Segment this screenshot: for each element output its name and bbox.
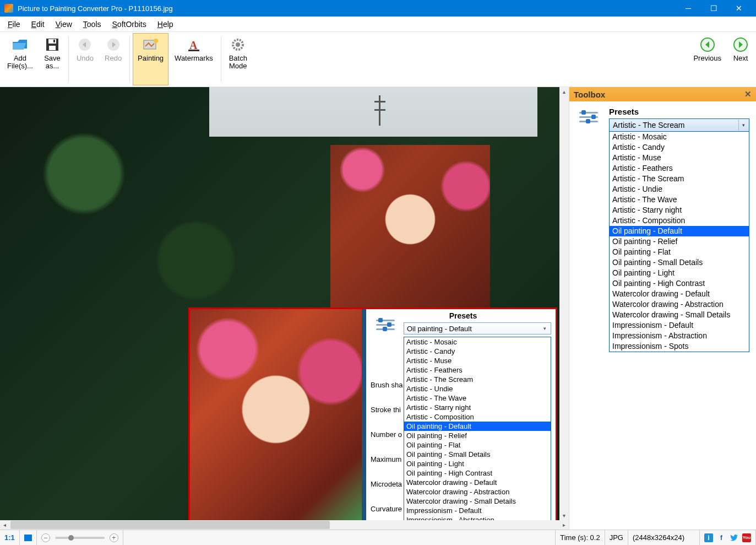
zoom-out-button[interactable]: −	[41, 533, 50, 542]
youtube-icon[interactable]: You	[742, 533, 751, 542]
overlay-preset-option[interactable]: Artistic - Feathers	[404, 365, 551, 375]
menubar: File Edit View Tools SoftOrbits Help	[0, 17, 756, 32]
batch-mode-button[interactable]: BatchMode	[224, 33, 252, 85]
scroll-thumb[interactable]	[10, 521, 330, 529]
preset-option[interactable]: Artistic - Muse	[610, 153, 749, 163]
twitter-icon[interactable]	[730, 533, 738, 542]
preset-option[interactable]: Artistic - Mosaic	[610, 132, 749, 142]
previous-button[interactable]: Previous	[688, 33, 726, 85]
preset-combo[interactable]: Artistic - The Scream ▾	[609, 118, 749, 132]
overlay-preset-option[interactable]: Watercolor drawing - Default	[404, 478, 551, 487]
preset-dropdown-list[interactable]: Artistic - MosaicArtistic - CandyArtisti…	[609, 132, 749, 352]
overlay-preset-option[interactable]: Oil painting - Light	[404, 459, 551, 468]
preset-option[interactable]: Artistic - Candy	[610, 142, 749, 153]
statusbar: 1:1 − + Time (s): 0.2 JPG (2448x3264x24)…	[0, 530, 756, 545]
preset-option[interactable]: Artistic - Feathers	[610, 163, 749, 174]
overlay-preset-option[interactable]: Artistic - The Wave	[404, 393, 551, 403]
preset-option[interactable]: Oil painting - Relief	[610, 236, 749, 247]
preset-option[interactable]: Artistic - Starry night	[610, 205, 749, 215]
overlay-preset-option[interactable]: Artistic - Candy	[404, 347, 551, 356]
overlay-preset-option[interactable]: Artistic - Mosaic	[404, 337, 551, 347]
minimize-button[interactable]: ─	[676, 0, 701, 17]
previous-icon	[700, 37, 715, 52]
overlay-param-labels: Brush shaStroke thiNumber oMaximumMicrod…	[371, 381, 403, 520]
preset-option[interactable]: Oil painting - Small Details	[610, 257, 749, 268]
undo-icon	[77, 37, 93, 52]
menu-tools[interactable]: Tools	[79, 18, 106, 30]
preset-option[interactable]: Artistic - Undie	[610, 184, 749, 195]
overlay-preset-option[interactable]: Artistic - Undie	[404, 384, 551, 393]
preset-option[interactable]: Artistic - Composition	[610, 215, 749, 226]
overlay-preset-option[interactable]: Watercolor drawing - Small Details	[404, 497, 551, 506]
overlay-preset-option[interactable]: Oil painting - Small Details	[404, 450, 551, 459]
scroll-down-icon[interactable]: ▾	[559, 511, 569, 520]
save-as-button[interactable]: Saveas...	[39, 33, 66, 85]
preset-option[interactable]: Impressionism - Default	[610, 320, 749, 331]
menu-file[interactable]: File	[3, 18, 25, 30]
maximize-button[interactable]: ☐	[701, 0, 726, 17]
overlay-preset-option[interactable]: Oil painting - Default	[404, 422, 551, 431]
preset-option[interactable]: Impressionism - Spots	[610, 341, 749, 352]
app-icon	[4, 4, 13, 13]
zoom-knob[interactable]	[68, 535, 74, 541]
image-viewport[interactable]: Presets Oil painting - Default ▾ Brush s…	[0, 87, 559, 520]
overlay-preset-option[interactable]: Impressionism - Abstraction	[404, 515, 551, 520]
preset-option[interactable]: Oil painting - Light	[610, 268, 749, 278]
overlay-preset-combo[interactable]: Oil painting - Default ▾	[404, 322, 551, 334]
status-time: Time (s): 0.2	[556, 530, 605, 545]
facebook-icon[interactable]: f	[717, 533, 726, 542]
presets-popup-overlay: Presets Oil painting - Default ▾ Brush s…	[188, 307, 557, 520]
fit-screen-button[interactable]	[20, 530, 37, 545]
overlay-preset-option[interactable]: Oil painting - Relief	[404, 431, 551, 440]
overlay-presets-label: Presets	[371, 311, 556, 320]
zoom-in-button[interactable]: +	[110, 533, 118, 542]
gear-icon	[230, 37, 246, 52]
menu-view[interactable]: View	[51, 18, 77, 30]
preset-option[interactable]: Watercolor drawing - Small Details	[610, 310, 749, 320]
window-title: Picture to Painting Converter Pro - P111…	[18, 4, 676, 13]
overlay-panel: Presets Oil painting - Default ▾ Brush s…	[366, 309, 556, 520]
overlay-preset-option[interactable]: Oil painting - High Contrast	[404, 468, 551, 478]
preset-option[interactable]: Oil painting - Flat	[610, 247, 749, 257]
preset-option[interactable]: Watercolor drawing - Abstraction	[610, 299, 749, 310]
preset-option[interactable]: Oil painting - Default	[610, 226, 749, 236]
watermarks-button[interactable]: A Watermarks	[170, 33, 218, 85]
overlay-preset-option[interactable]: Artistic - The Scream	[404, 375, 551, 384]
preset-option[interactable]: Impressionism - Abstraction	[610, 331, 749, 341]
overlay-preset-option[interactable]: Artistic - Muse	[404, 356, 551, 365]
menu-help[interactable]: Help	[153, 18, 178, 30]
scroll-left-icon[interactable]: ◂	[0, 520, 9, 530]
sliders-icon	[376, 317, 395, 331]
overlay-preset-option[interactable]: Oil painting - Flat	[404, 440, 551, 450]
toolbox-close-button[interactable]: ✕	[744, 89, 752, 99]
painting-icon	[143, 37, 159, 52]
overlay-preset-option[interactable]: Impressionism - Default	[404, 506, 551, 515]
menu-softorbits[interactable]: SoftOrbits	[108, 18, 151, 30]
scroll-up-icon[interactable]: ▴	[559, 87, 569, 96]
close-button[interactable]: ✕	[726, 0, 752, 17]
overlay-preset-option[interactable]: Watercolor drawing - Abstraction	[404, 487, 551, 497]
preset-option[interactable]: Oil painting - High Contrast	[610, 278, 749, 289]
add-files-button[interactable]: AddFile(s)...	[2, 33, 38, 85]
horizontal-scrollbar[interactable]: ◂ ▸	[0, 520, 569, 530]
info-icon[interactable]: i	[704, 533, 713, 542]
overlay-preset-list[interactable]: Artistic - MosaicArtistic - CandyArtisti…	[404, 337, 551, 520]
undo-button[interactable]: Undo	[72, 33, 99, 85]
zoom-1to1-button[interactable]: 1:1	[0, 530, 20, 545]
menu-edit[interactable]: Edit	[27, 18, 49, 30]
batch-mode-label: BatchMode	[229, 55, 247, 71]
overlay-preset-option[interactable]: Artistic - Starry night	[404, 403, 551, 412]
overlay-preset-option[interactable]: Artistic - Composition	[404, 412, 551, 422]
scroll-right-icon[interactable]: ▸	[559, 520, 569, 530]
preset-option[interactable]: Artistic - The Scream	[610, 174, 749, 184]
overlay-param-label: Number o	[371, 430, 403, 439]
next-button[interactable]: Next	[727, 33, 754, 85]
painting-button[interactable]: Painting	[133, 33, 168, 85]
toolbox-title: Toolbox	[574, 90, 605, 99]
preset-option[interactable]: Watercolor drawing - Default	[610, 289, 749, 299]
vertical-scrollbar[interactable]: ▴ ▾	[559, 87, 569, 520]
zoom-slider[interactable]	[55, 537, 105, 539]
redo-button[interactable]: Redo	[100, 33, 127, 85]
preset-option[interactable]: Artistic - The Wave	[610, 195, 749, 205]
floppy-icon	[45, 37, 60, 52]
